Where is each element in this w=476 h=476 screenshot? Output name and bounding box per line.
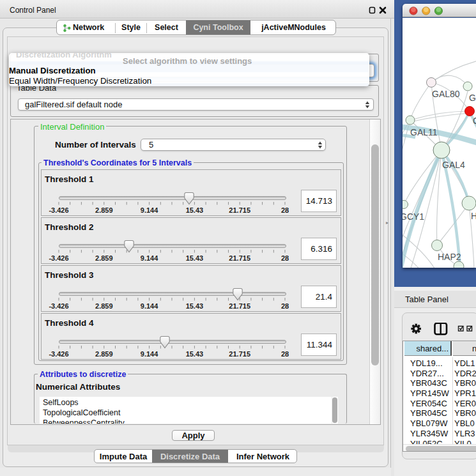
svg-text:GCY1: GCY1 bbox=[403, 211, 424, 222]
svg-text:GAL11: GAL11 bbox=[410, 127, 438, 137]
svg-text:H: H bbox=[471, 211, 476, 221]
svg-text:C: C bbox=[473, 116, 476, 126]
svg-text:GAL4: GAL4 bbox=[442, 160, 465, 170]
svg-text:G: G bbox=[469, 93, 476, 103]
svg-text:HAP2: HAP2 bbox=[438, 252, 461, 262]
svg-text:GAL80: GAL80 bbox=[432, 89, 460, 99]
